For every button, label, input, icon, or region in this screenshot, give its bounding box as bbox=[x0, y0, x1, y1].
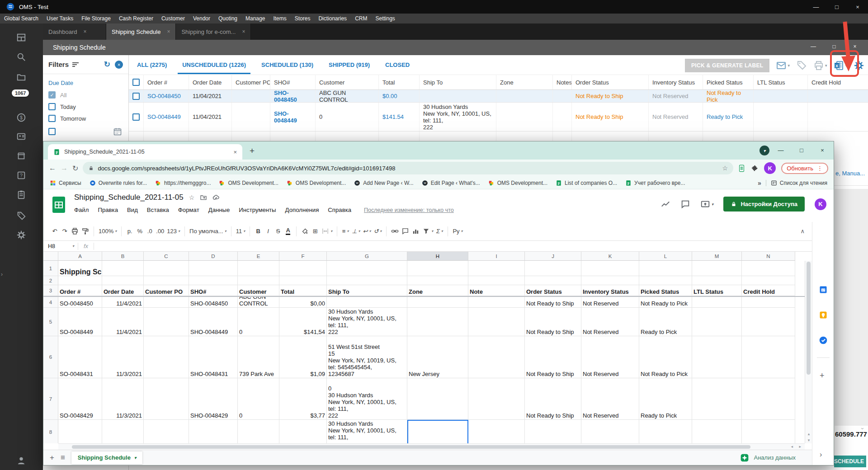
print-icon[interactable] bbox=[813, 60, 824, 71]
checkbox-all[interactable]: ✓ bbox=[48, 91, 56, 99]
sheet-cell-i1[interactable] bbox=[468, 261, 525, 276]
last-edit-link[interactable]: Последнее изменение: только что bbox=[364, 207, 454, 213]
sidebar-tasks-icon[interactable] bbox=[16, 190, 26, 200]
column-header-credit-hold[interactable]: Credit Hold bbox=[808, 75, 868, 89]
sheet-col-header-n[interactable]: N bbox=[742, 252, 795, 261]
grid-corner[interactable] bbox=[43, 252, 58, 261]
sheet-cell-m7[interactable] bbox=[692, 378, 742, 420]
extensions-puzzle-icon[interactable] bbox=[751, 164, 759, 172]
sheet-cell-b1[interactable] bbox=[102, 261, 144, 276]
column-header-inventory-status[interactable]: Inventory Status bbox=[649, 75, 703, 89]
sheet-col-header-m[interactable]: M bbox=[692, 252, 742, 261]
sheet-cell-h7[interactable] bbox=[407, 378, 468, 420]
sheet-cell-n4[interactable] bbox=[742, 297, 795, 308]
bookmark-item[interactable]: List of companies O... bbox=[556, 180, 617, 186]
sheet-cell-d5[interactable]: SHO-0048449 bbox=[189, 308, 238, 336]
insert-chart-icon[interactable] bbox=[410, 225, 421, 238]
menu-item-customer[interactable]: Customer bbox=[157, 15, 189, 22]
sheet-cell-l7[interactable]: Ready to Pick bbox=[639, 378, 692, 420]
browser-menu-icon[interactable]: ⋮ bbox=[817, 165, 823, 172]
sheet-cell-j7[interactable]: Not Ready to Ship bbox=[525, 378, 581, 420]
sheet-cell-h1[interactable] bbox=[407, 261, 468, 276]
sheet-col-header-h[interactable]: H bbox=[407, 252, 468, 261]
sheet-cell-f8[interactable] bbox=[279, 420, 327, 443]
functions-icon[interactable]: Σ▾ bbox=[434, 225, 444, 238]
sheet-cell-i5[interactable] bbox=[468, 308, 525, 336]
sheet-col-header-b[interactable]: B bbox=[102, 252, 144, 261]
sidebar-help-icon[interactable]: ? bbox=[16, 170, 26, 180]
sheet-cell-n1[interactable] bbox=[742, 261, 795, 276]
text-color-button[interactable]: A bbox=[283, 225, 293, 238]
sheets-avatar[interactable]: K bbox=[815, 198, 826, 210]
all-sheets-icon[interactable]: ≡ bbox=[61, 453, 65, 462]
menu-item-user-tasks[interactable]: User Tasks bbox=[42, 15, 77, 22]
sheet-cell-e8[interactable] bbox=[238, 420, 279, 443]
sheet-cell-d6[interactable]: SHO-0048431 bbox=[189, 336, 238, 378]
sheet-cell-i7[interactable] bbox=[468, 378, 525, 420]
sheet-cell-f2[interactable] bbox=[279, 276, 327, 285]
format-currency-button[interactable]: р. bbox=[125, 225, 135, 238]
side-panel-expand-icon[interactable]: › bbox=[820, 451, 822, 459]
sheet-cell-k7[interactable]: Not Reserved bbox=[581, 378, 639, 420]
sho-link[interactable]: SHO-0048450 bbox=[274, 90, 311, 102]
bold-button[interactable]: B bbox=[253, 225, 263, 238]
reading-list[interactable]: Список для чтения bbox=[771, 180, 827, 186]
table-row[interactable]: SO-004844911/04/2021SHO-00484490$141.543… bbox=[129, 103, 868, 132]
sheet-cell-l5[interactable]: Ready to Pick bbox=[639, 308, 692, 336]
schedule-button[interactable]: SCHEDULE bbox=[834, 456, 866, 467]
sheet-cell-d4[interactable]: SHO-0048450 bbox=[189, 297, 238, 308]
bookmark-item[interactable]: OMS Development... bbox=[287, 180, 346, 186]
sheet-cell-n2[interactable] bbox=[742, 276, 795, 285]
sheet-cell-i3[interactable]: Note bbox=[468, 285, 525, 296]
sheet-cell-i6[interactable] bbox=[468, 336, 525, 378]
calendar-icon[interactable] bbox=[113, 127, 122, 136]
sheet-col-header-i[interactable]: I bbox=[468, 252, 525, 261]
checkbox-tomorrow[interactable] bbox=[48, 115, 56, 122]
sheet-cell-g1[interactable] bbox=[327, 261, 407, 276]
sheet-cell-n8[interactable] bbox=[742, 420, 795, 443]
sheet-row-header-2[interactable]: 2 bbox=[43, 276, 58, 285]
sheets-menu-item[interactable]: Файл bbox=[74, 207, 89, 213]
sheet-cell-d1[interactable] bbox=[189, 261, 238, 276]
sheet-cell-i2[interactable] bbox=[468, 276, 525, 285]
sheet-cell-g7[interactable]: 0 30 Hudson Yards New York, NY, 10001, U… bbox=[327, 378, 407, 420]
sheet-cell-a7[interactable]: SO-0048429 bbox=[58, 378, 102, 420]
docs-extension-icon[interactable] bbox=[738, 164, 745, 172]
sheet-row-header-7[interactable]: 7 bbox=[43, 378, 58, 420]
paint-format-icon[interactable] bbox=[80, 225, 90, 238]
menu-item-cash-register[interactable]: Cash Register bbox=[115, 15, 157, 22]
browser-maximize-icon[interactable]: □ bbox=[791, 142, 812, 158]
date-checkbox[interactable] bbox=[48, 128, 56, 135]
sidebar-settings-icon[interactable] bbox=[16, 230, 26, 240]
filters-close-icon[interactable]: × bbox=[115, 61, 123, 69]
sheet-row-header-1[interactable]: 1 bbox=[43, 261, 58, 276]
sheet-cell-a8[interactable] bbox=[58, 420, 102, 443]
sheet-cell-b4[interactable]: 11/4/2021 bbox=[102, 297, 144, 308]
app-tab-shipping-for-e-com[interactable]: Shipping for e-com...× bbox=[176, 24, 251, 40]
label-printer-icon[interactable] bbox=[796, 60, 807, 71]
sheet-cell-j1[interactable] bbox=[525, 261, 581, 276]
sheet-cell-n5[interactable] bbox=[742, 308, 795, 336]
sidebar-expander-icon[interactable]: › bbox=[1, 271, 3, 277]
menu-item-quoting[interactable]: Quoting bbox=[214, 15, 241, 22]
decrease-decimals-button[interactable]: .0 bbox=[145, 225, 155, 238]
sheet-cell-g2[interactable] bbox=[327, 276, 407, 285]
sheet-cell-f1[interactable] bbox=[279, 261, 327, 276]
menu-item-crm[interactable]: CRM bbox=[351, 15, 371, 22]
sheets-menu-item[interactable]: Справка bbox=[328, 207, 351, 213]
sheet-cell-j2[interactable] bbox=[525, 276, 581, 285]
sheet-cell-k4[interactable]: Not Reserved bbox=[581, 297, 639, 308]
sheet-cell-j8[interactable] bbox=[525, 420, 581, 443]
column-header-ship-to[interactable]: Ship To bbox=[420, 75, 496, 89]
vertical-scrollbar[interactable]: ▴ ▾ bbox=[805, 261, 812, 443]
sheet-cell-g4[interactable] bbox=[327, 297, 407, 308]
sheet-cell-c1[interactable] bbox=[144, 261, 189, 276]
filter-option-tomorrow[interactable]: Tomorrow bbox=[43, 113, 128, 124]
sheet-cell-n7[interactable] bbox=[742, 378, 795, 420]
sheet-cell-g3[interactable]: Ship To bbox=[327, 285, 407, 296]
maximize-icon[interactable]: □ bbox=[826, 0, 847, 14]
bookmark-item[interactable]: Overwrite rules for... bbox=[90, 180, 147, 186]
browser-minimize-icon[interactable]: — bbox=[770, 142, 791, 158]
table-settings-gear-icon[interactable] bbox=[854, 60, 864, 71]
sheet-cell-k2[interactable] bbox=[581, 276, 639, 285]
